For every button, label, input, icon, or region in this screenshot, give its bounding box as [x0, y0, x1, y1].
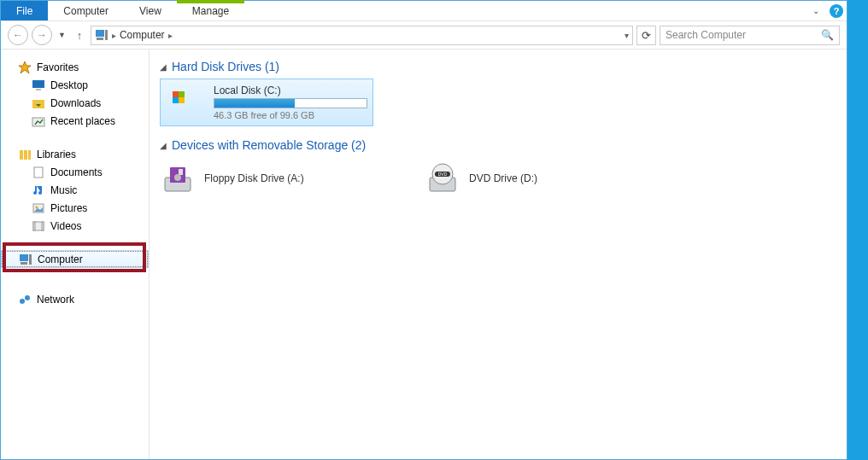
documents-icon	[32, 166, 45, 179]
breadcrumb-segment[interactable]: Computer	[120, 29, 165, 41]
svg-rect-10	[20, 150, 23, 160]
star-icon	[18, 61, 32, 74]
svg-rect-20	[29, 254, 32, 265]
tab-manage[interactable]: Manage	[177, 1, 244, 20]
navigation-pane: Favorites Desktop Downloads Recent place…	[1, 49, 150, 459]
drive-local-disk-c[interactable]: Local Disk (C:) 46.3 GB free of 99.6 GB	[160, 79, 373, 126]
sidebar-item-label: Network	[37, 294, 74, 306]
svg-rect-28	[173, 97, 179, 103]
section-hard-disk-drives[interactable]: ◢ Hard Disk Drives (1)	[160, 60, 836, 73]
ribbon: File Computer View Manage ⌄ ?	[1, 1, 847, 21]
sidebar-group-label: Favorites	[37, 61, 79, 73]
svg-rect-4	[97, 38, 103, 40]
sidebar-item-pictures[interactable]: Pictures	[1, 199, 149, 217]
sidebar-item-label: Documents	[50, 166, 103, 178]
sidebar-item-downloads[interactable]: Downloads	[1, 94, 149, 112]
up-button[interactable]: ↑	[72, 27, 87, 43]
videos-icon	[32, 219, 45, 233]
tab-computer[interactable]: Computer	[48, 1, 124, 20]
collapse-icon: ◢	[160, 62, 167, 72]
svg-rect-11	[24, 150, 27, 160]
section-title: Hard Disk Drives (1)	[172, 60, 279, 73]
address-bar[interactable]: ▸ Computer ▸ ▾	[91, 26, 633, 45]
sidebar-item-computer[interactable]: Computer	[1, 250, 149, 268]
drive-name: Local Disk (C:)	[214, 84, 367, 96]
svg-text:DVD: DVD	[438, 172, 448, 177]
svg-point-22	[20, 299, 25, 304]
floppy-disk-icon	[160, 160, 196, 196]
downloads-icon	[32, 96, 45, 110]
sidebar-item-label: Computer	[38, 253, 83, 265]
sidebar-item-documents[interactable]: Documents	[1, 163, 149, 181]
sidebar-item-desktop[interactable]: Desktop	[1, 76, 149, 94]
drive-dvd-d[interactable]: DVD DVD Drive (D:)	[425, 160, 638, 196]
hard-disk-icon	[169, 84, 205, 120]
desktop-icon	[32, 79, 45, 92]
dvd-drive-icon: DVD	[425, 160, 460, 196]
search-icon: 🔍	[821, 29, 834, 41]
svg-rect-12	[28, 150, 31, 160]
history-dropdown-icon[interactable]: ▼	[56, 31, 68, 39]
svg-marker-5	[19, 61, 31, 73]
svg-rect-19	[20, 254, 28, 261]
sidebar-item-label: Videos	[50, 220, 81, 232]
search-placeholder: Search Computer	[666, 29, 746, 41]
sidebar-item-label: Desktop	[50, 79, 88, 91]
sidebar-item-recent-places[interactable]: Recent places	[1, 112, 149, 130]
section-title: Devices with Removable Storage (2)	[172, 138, 366, 152]
expand-ribbon-icon[interactable]: ⌄	[806, 1, 826, 20]
drive-floppy-a[interactable]: Floppy Disk Drive (A:)	[160, 160, 373, 196]
svg-rect-2	[96, 30, 104, 37]
sidebar-item-music[interactable]: Music	[1, 181, 149, 199]
svg-rect-17	[33, 222, 35, 230]
recent-places-icon	[32, 114, 45, 128]
refresh-button[interactable]: ⟳	[636, 26, 656, 45]
svg-rect-21	[21, 262, 27, 265]
computer-icon	[95, 28, 108, 42]
svg-text:?: ?	[834, 6, 840, 16]
content-pane: ◢ Hard Disk Drives (1) Local Disk (C:) 4…	[150, 49, 847, 459]
svg-point-23	[25, 295, 30, 300]
tab-file[interactable]: File	[1, 1, 48, 20]
search-box[interactable]: Search Computer 🔍	[660, 26, 840, 45]
storage-bar	[214, 98, 367, 108]
computer-icon	[19, 253, 32, 266]
music-icon	[32, 183, 45, 197]
svg-rect-7	[36, 89, 41, 90]
libraries-icon	[18, 148, 32, 161]
chevron-right-icon: ▸	[112, 31, 116, 40]
sidebar-item-label: Pictures	[50, 202, 87, 214]
svg-rect-27	[179, 91, 185, 97]
drive-free-text: 46.3 GB free of 99.6 GB	[214, 110, 367, 120]
svg-rect-18	[42, 222, 44, 230]
svg-rect-3	[105, 30, 108, 40]
sidebar-item-label: Music	[50, 184, 77, 196]
drive-name: Floppy Disk Drive (A:)	[204, 172, 304, 184]
forward-button[interactable]: →	[32, 25, 52, 45]
section-removable-storage[interactable]: ◢ Devices with Removable Storage (2)	[160, 138, 836, 152]
back-button[interactable]: ←	[8, 25, 28, 45]
svg-rect-13	[34, 167, 43, 178]
sidebar-group-label: Libraries	[37, 148, 76, 160]
svg-point-33	[174, 174, 181, 181]
sidebar-item-label: Downloads	[50, 97, 101, 109]
sidebar-item-label: Recent places	[50, 115, 115, 127]
pictures-icon	[32, 201, 45, 215]
svg-rect-6	[32, 80, 44, 88]
help-icon[interactable]: ?	[826, 1, 847, 20]
sidebar-group-libraries[interactable]: Libraries	[1, 145, 149, 163]
network-icon	[18, 293, 32, 306]
svg-rect-26	[173, 91, 179, 97]
navigation-bar: ← → ▼ ↑ ▸ Computer ▸ ▾ ⟳ Search Computer…	[1, 21, 847, 49]
explorer-window: File Computer View Manage ⌄ ? ← → ▼ ↑ ▸ …	[0, 0, 847, 460]
address-dropdown-icon[interactable]: ▾	[625, 31, 629, 40]
sidebar-group-favorites[interactable]: Favorites	[1, 58, 149, 76]
tab-view[interactable]: View	[124, 1, 177, 20]
chevron-right-icon[interactable]: ▸	[168, 31, 173, 40]
sidebar-item-network[interactable]: Network	[1, 290, 149, 308]
svg-rect-29	[179, 97, 185, 103]
sidebar-item-videos[interactable]: Videos	[1, 217, 149, 235]
svg-rect-32	[179, 169, 183, 175]
collapse-icon: ◢	[160, 141, 167, 150]
drive-name: DVD Drive (D:)	[469, 172, 537, 184]
